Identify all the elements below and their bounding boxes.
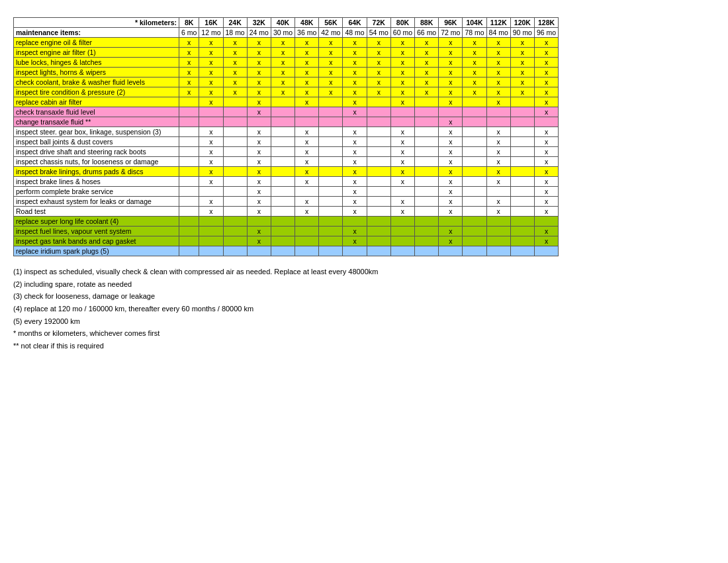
- table-cell: [415, 236, 439, 246]
- table-cell: x: [367, 48, 390, 58]
- table-cell: [271, 197, 295, 207]
- table-cell: [199, 236, 223, 246]
- month-header-cell: 18 mo: [223, 28, 247, 38]
- table-cell: x: [199, 147, 223, 157]
- table-cell: [319, 97, 343, 107]
- table-cell: x: [247, 147, 271, 157]
- table-cell: x: [510, 68, 534, 77]
- table-cell: [223, 177, 247, 187]
- table-cell: x: [199, 97, 223, 107]
- table-cell: x: [199, 38, 223, 48]
- row-label: lube locks, hinges & latches: [14, 58, 179, 68]
- table-cell: x: [343, 127, 367, 137]
- table-cell: x: [390, 68, 414, 77]
- row-label: replace super long life coolant (4): [14, 217, 179, 227]
- table-cell: [510, 157, 534, 167]
- table-cell: [295, 107, 319, 117]
- table-cell: [295, 187, 319, 197]
- table-cell: x: [534, 207, 558, 217]
- month-header-cell: 12 mo: [199, 28, 223, 38]
- table-cell: x: [343, 147, 367, 157]
- table-cell: x: [295, 207, 319, 217]
- table-cell: [179, 167, 199, 177]
- table-cell: [271, 207, 295, 217]
- table-cell: x: [271, 48, 295, 58]
- table-cell: x: [439, 197, 463, 207]
- table-cell: [367, 177, 390, 187]
- km-header-cell: 72K: [367, 18, 390, 28]
- table-cell: [486, 107, 510, 117]
- table-cell: x: [319, 87, 343, 97]
- table-cell: [486, 236, 510, 246]
- table-cell: x: [247, 177, 271, 187]
- table-cell: [510, 127, 534, 137]
- note-line: (2) including spare, rotate as needed: [13, 278, 715, 291]
- table-cell: [271, 107, 295, 117]
- row-label: inspect engine air filter (1): [14, 48, 179, 58]
- row-label: inspect brake linings, drums pads & disc…: [14, 167, 179, 177]
- table-cell: x: [534, 187, 558, 197]
- km-header-cell: 64K: [343, 18, 367, 28]
- month-header-cell: 48 mo: [343, 28, 367, 38]
- table-cell: x: [439, 187, 463, 197]
- table-cell: [415, 107, 439, 117]
- table-cell: [319, 197, 343, 207]
- table-cell: [271, 147, 295, 157]
- table-cell: x: [295, 48, 319, 58]
- table-cell: x: [199, 77, 223, 87]
- table-cell: x: [415, 48, 439, 58]
- table-cell: [343, 117, 367, 127]
- table-cell: x: [439, 207, 463, 217]
- table-cell: x: [486, 77, 510, 87]
- table-cell: x: [390, 157, 414, 167]
- table-cell: x: [223, 68, 247, 77]
- table-cell: [199, 246, 223, 256]
- table-cell: x: [295, 167, 319, 177]
- table-cell: [343, 246, 367, 256]
- table-cell: [223, 137, 247, 147]
- table-cell: [319, 117, 343, 127]
- maintenance-table: * kilometers:8K16K24K32K40K48K56K64K72K8…: [13, 17, 559, 256]
- table-cell: [510, 217, 534, 227]
- table-cell: x: [510, 77, 534, 87]
- table-cell: [390, 117, 414, 127]
- table-cell: [510, 246, 534, 256]
- table-cell: x: [199, 177, 223, 187]
- table-cell: x: [390, 127, 414, 137]
- table-cell: [295, 236, 319, 246]
- table-cell: [271, 177, 295, 187]
- table-row: inspect fuel lines, vapour vent systemxx…: [14, 227, 559, 236]
- table-cell: [463, 227, 486, 236]
- table-cell: x: [343, 157, 367, 167]
- table-cell: [439, 246, 463, 256]
- table-cell: [295, 117, 319, 127]
- table-cell: [271, 227, 295, 236]
- row-label: inspect tire condition & pressure (2): [14, 87, 179, 97]
- table-cell: [179, 127, 199, 137]
- table-cell: x: [486, 48, 510, 58]
- table-cell: x: [343, 187, 367, 197]
- month-header-cell: 24 mo: [247, 28, 271, 38]
- table-row: change transaxle fluid **x: [14, 117, 559, 127]
- table-cell: [199, 117, 223, 127]
- note-line: (1) inspect as scheduled, visually check…: [13, 266, 715, 278]
- table-cell: [223, 207, 247, 217]
- table-cell: x: [343, 58, 367, 68]
- table-cell: x: [319, 48, 343, 58]
- km-header-cell: 88K: [415, 18, 439, 28]
- table-cell: x: [390, 197, 414, 207]
- table-cell: x: [463, 38, 486, 48]
- table-cell: [271, 157, 295, 167]
- table-cell: [199, 187, 223, 197]
- table-cell: [463, 187, 486, 197]
- table-cell: x: [534, 127, 558, 137]
- table-cell: x: [486, 68, 510, 77]
- table-cell: [367, 167, 390, 177]
- table-cell: x: [534, 38, 558, 48]
- row-label: inspect fuel lines, vapour vent system: [14, 227, 179, 236]
- table-row: inspect chassis nuts, for looseness or d…: [14, 157, 559, 167]
- table-cell: [247, 246, 271, 256]
- month-header-cell: 66 mo: [415, 28, 439, 38]
- table-cell: [179, 157, 199, 167]
- table-cell: x: [439, 236, 463, 246]
